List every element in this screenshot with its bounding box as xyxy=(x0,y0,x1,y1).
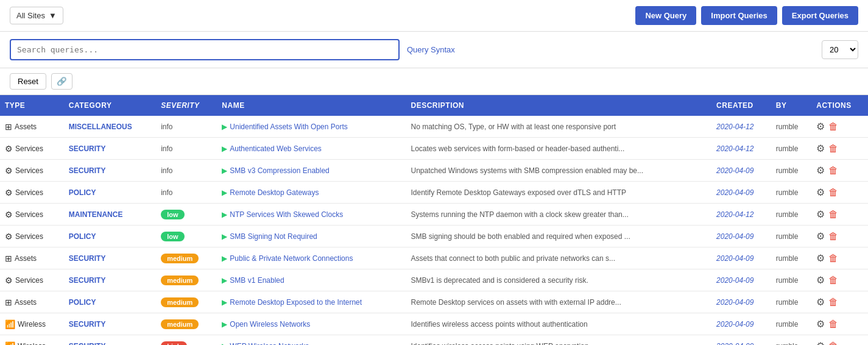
wifi-icon: 📶 xyxy=(5,319,15,329)
query-name-link[interactable]: ▶ Public & Private Network Connections xyxy=(222,254,401,263)
delete-action-button[interactable]: 🗑 xyxy=(828,209,838,220)
reset-button[interactable]: Reset xyxy=(10,73,46,90)
category-link[interactable]: POLICY xyxy=(69,188,96,197)
settings-action-button[interactable]: ⚙ xyxy=(816,340,825,345)
query-name-text: Authenticated Web Services xyxy=(230,144,322,153)
category-link[interactable]: SECURITY xyxy=(69,166,106,175)
type-label: Assets xyxy=(15,298,37,307)
category-link[interactable]: SECURITY xyxy=(69,254,106,263)
category-link[interactable]: SECURITY xyxy=(69,144,106,153)
category-link[interactable]: MAINTENANCE xyxy=(69,210,123,219)
created-by-cell: rumble xyxy=(771,138,811,160)
category-cell: POLICY xyxy=(64,291,156,313)
new-query-button[interactable]: New Query xyxy=(635,6,696,25)
col-header-severity: SEVERITY xyxy=(156,95,217,116)
category-cell: SECURITY xyxy=(64,160,156,182)
query-name-link[interactable]: ▶ NTP Services With Skewed Clocks xyxy=(222,210,401,219)
filter-bar: Reset 🔗 xyxy=(0,68,868,95)
type-cell: ⚙ Services xyxy=(0,138,64,160)
query-name-link[interactable]: ▶ SMB v3 Compression Enabled xyxy=(222,166,401,175)
actions-cell: ⚙ 🗑 xyxy=(811,335,868,346)
settings-action-button[interactable]: ⚙ xyxy=(816,252,825,264)
category-cell: POLICY xyxy=(64,182,156,204)
table-row: ⚙ Services SECURITY info ▶ Authenticated… xyxy=(0,138,868,160)
type-cell: ⚙ Services xyxy=(0,269,64,291)
category-link[interactable]: POLICY xyxy=(69,298,96,307)
settings-action-button[interactable]: ⚙ xyxy=(816,143,825,154)
query-name-text: Public & Private Network Connections xyxy=(230,254,353,263)
link-icon: 🔗 xyxy=(57,77,67,86)
gear-icon: ⚙ xyxy=(5,276,13,285)
gear-icon: ⚙ xyxy=(5,232,13,241)
settings-action-button[interactable]: ⚙ xyxy=(816,121,825,132)
settings-action-button[interactable]: ⚙ xyxy=(816,208,825,220)
export-queries-button[interactable]: Export Queries xyxy=(782,6,858,25)
table-row: ⚙ Services POLICY low ▶ SMB Signing Not … xyxy=(0,226,868,247)
severity-badge: medium xyxy=(161,254,199,263)
query-name-link[interactable]: ▶ Open Wireless Networks xyxy=(222,320,401,329)
category-link[interactable]: SECURITY xyxy=(69,276,106,285)
query-name-link[interactable]: ▶ Remote Desktop Exposed to the Internet xyxy=(222,298,401,307)
gear-icon: ⚙ xyxy=(5,166,13,176)
col-header-name: NAME xyxy=(217,95,406,116)
severity-badge: low xyxy=(161,210,184,219)
category-link[interactable]: SECURITY xyxy=(69,342,106,345)
category-cell: SECURITY xyxy=(64,313,156,335)
settings-action-button[interactable]: ⚙ xyxy=(816,318,825,330)
import-queries-button[interactable]: Import Queries xyxy=(701,6,777,25)
delete-action-button[interactable]: 🗑 xyxy=(828,319,838,330)
query-name-link[interactable]: ▶ SMB Signing Not Required xyxy=(222,232,401,241)
settings-action-button[interactable]: ⚙ xyxy=(816,230,825,242)
type-cell: 📶 Wireless xyxy=(0,335,64,346)
category-link[interactable]: MISCELLANEOUS xyxy=(69,123,132,131)
delete-action-button[interactable]: 🗑 xyxy=(828,253,838,264)
settings-action-button[interactable]: ⚙ xyxy=(816,296,825,308)
query-syntax-link[interactable]: Query Syntax xyxy=(407,45,455,54)
delete-action-button[interactable]: 🗑 xyxy=(828,165,838,176)
settings-action-button[interactable]: ⚙ xyxy=(816,165,825,176)
query-name-link[interactable]: ▶ Unidentified Assets With Open Ports xyxy=(222,123,401,131)
created-date-cell: 2020-04-09 xyxy=(711,160,771,182)
query-name-link[interactable]: ▶ WEP Wireless Networks xyxy=(222,342,401,346)
description-cell: Systems running the NTP daemon with a cl… xyxy=(406,204,711,226)
actions-cell: ⚙ 🗑 xyxy=(811,160,868,182)
link-icon-button[interactable]: 🔗 xyxy=(51,73,72,90)
query-name-text: SMB v1 Enabled xyxy=(230,276,284,285)
play-icon: ▶ xyxy=(222,320,227,329)
delete-action-button[interactable]: 🗑 xyxy=(828,275,838,286)
query-name-link[interactable]: ▶ SMB v1 Enabled xyxy=(222,276,401,285)
table-row: 📶 Wireless SECURITY medium ▶ Open Wirele… xyxy=(0,313,868,335)
table-body: ⊞ Assets MISCELLANEOUS info ▶ Unidentifi… xyxy=(0,116,868,345)
query-name-link[interactable]: ▶ Remote Desktop Gateways xyxy=(222,188,401,197)
delete-action-button[interactable]: 🗑 xyxy=(828,297,838,308)
delete-action-button[interactable]: 🗑 xyxy=(828,341,838,346)
severity-text: info xyxy=(161,166,172,175)
category-link[interactable]: POLICY xyxy=(69,232,96,241)
play-icon: ▶ xyxy=(222,298,227,307)
category-link[interactable]: SECURITY xyxy=(69,320,106,329)
delete-action-button[interactable]: 🗑 xyxy=(828,121,838,132)
created-date-cell: 2020-04-09 xyxy=(711,182,771,204)
site-selector[interactable]: All Sites ▼ xyxy=(10,7,63,24)
name-cell: ▶ SMB Signing Not Required xyxy=(217,226,406,247)
type-label: Services xyxy=(15,232,43,241)
created-by-cell: rumble xyxy=(771,204,811,226)
created-by-cell: rumble xyxy=(771,291,811,313)
page-size-select[interactable]: 20 50 100 xyxy=(822,40,858,59)
table-row: ⚙ Services SECURITY info ▶ SMB v3 Compre… xyxy=(0,160,868,182)
delete-action-button[interactable]: 🗑 xyxy=(828,187,838,198)
settings-action-button[interactable]: ⚙ xyxy=(816,187,825,198)
col-header-by: BY xyxy=(771,95,811,116)
created-by-cell: rumble xyxy=(771,335,811,346)
search-input[interactable] xyxy=(10,39,400,60)
severity-badge: low xyxy=(161,232,184,241)
delete-action-button[interactable]: 🗑 xyxy=(828,143,838,154)
query-name-link[interactable]: ▶ Authenticated Web Services xyxy=(222,144,401,153)
query-name-text: SMB v3 Compression Enabled xyxy=(230,166,329,175)
play-icon: ▶ xyxy=(222,210,227,219)
settings-action-button[interactable]: ⚙ xyxy=(816,274,825,286)
type-cell: ⊞ Assets xyxy=(0,247,64,269)
description-cell: Identify Remote Desktop Gateways exposed… xyxy=(406,182,711,204)
delete-action-button[interactable]: 🗑 xyxy=(828,231,838,242)
type-cell: 📶 Wireless xyxy=(0,313,64,335)
